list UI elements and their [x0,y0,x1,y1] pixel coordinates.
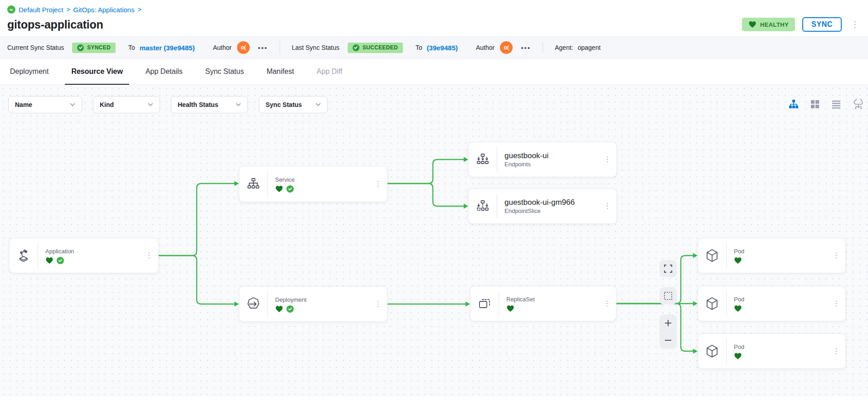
sync-status-filter-dropdown[interactable]: Sync Status [259,96,328,113]
author-label: Author [213,44,232,51]
page-title: gitops-application [7,18,103,31]
breadcrumb: ∞ Default Project > GitOps: Applications… [7,5,861,14]
page-header: ∞ Default Project > GitOps: Applications… [0,0,868,36]
succeeded-badge: SUCCEEDED [348,43,403,53]
tab-resource-view[interactable]: Resource View [65,59,129,85]
breadcrumb-applications-link[interactable]: GitOps: Applications [73,6,135,14]
healthy-heart-icon [275,305,283,313]
grid-view-icon[interactable] [810,99,820,109]
sync-button[interactable]: SYNC [802,17,842,32]
synced-badge: SYNCED [72,43,116,53]
divider [280,42,280,53]
chevron-down-icon [70,103,75,106]
gitops-application-page: ∞ Default Project > GitOps: Applications… [0,0,868,401]
filter-label: Kind [100,101,114,108]
tab-deployment[interactable]: Deployment [4,59,55,85]
node-endpoints[interactable]: guestbook-ui Endpoints ⋮ [468,142,617,177]
chevron-down-icon [315,103,321,106]
healthy-heart-icon [275,185,283,193]
agent-value: opagent [577,44,601,51]
fit-to-screen-button[interactable] [659,260,677,277]
healthy-heart-icon [734,304,742,313]
check-circle-icon [353,44,359,51]
tab-bar: Deployment Resource View App Details Syn… [0,59,868,85]
chevron-down-icon [148,103,153,106]
node-pod[interactable]: guestbook-ui-5b64f6959... Pod ⋮ [698,238,846,273]
node-kind: Endpoints [504,161,598,168]
breadcrumb-separator: > [138,6,141,13]
node-pod[interactable]: guestbook-ui-5b64f6959... Pod ⋮ [698,286,846,321]
pod-icon [698,247,726,264]
node-menu-icon[interactable]: ⋮ [827,300,845,307]
current-revision-link[interactable]: master (39e9485) [140,44,195,52]
node-title: guestbook-ui [504,151,598,159]
list-view-icon[interactable] [831,99,841,109]
node-deployment[interactable]: guestbook-ui Deployment ⋮ [239,286,388,322]
service-icon [239,176,267,192]
more-options-icon[interactable]: ••• [258,44,268,52]
kind-filter-dropdown[interactable]: Kind [93,96,160,113]
breadcrumb-separator: > [66,6,70,13]
node-title: guestbook-ui-gm966 [504,198,598,206]
tab-sync-status[interactable]: Sync Status [199,59,250,85]
network-view-icon[interactable] [853,99,864,110]
filter-label: Health Status [178,101,218,108]
last-revision-link[interactable]: (39e9485) [427,44,458,52]
more-options-icon[interactable]: ••• [521,44,531,52]
node-menu-icon[interactable]: ⋮ [598,203,616,210]
node-kind: Pod [734,296,827,303]
node-menu-icon[interactable]: ⋮ [598,156,616,163]
node-menu-icon[interactable]: ⋮ [827,348,845,355]
node-menu-icon[interactable]: ⋮ [140,252,158,259]
synced-check-icon [286,305,294,313]
author-label: Author [476,44,495,51]
filter-bar: Name Kind Health Status Sync Status [8,96,328,113]
zoom-out-button[interactable] [659,332,677,349]
node-kind: Deployment [275,296,369,303]
selection-mode-button[interactable] [659,287,677,304]
endpoints-icon [469,151,497,168]
node-menu-icon[interactable]: ⋮ [598,300,616,307]
node-service[interactable]: guestbook-ui Service ⋮ [239,166,388,202]
zoom-in-button[interactable] [659,314,677,332]
replicaset-icon [470,295,499,312]
healthy-heart-icon [506,304,514,313]
node-application[interactable]: gitops-application Application ⋮ [9,238,159,273]
node-menu-icon[interactable]: ⋮ [369,300,387,308]
check-circle-icon [77,44,84,51]
node-replicaset[interactable]: guestbook-ui-5b64f69597 ReplicaSet ⋮ [470,286,616,321]
pod-icon [698,343,726,359]
succeeded-badge-label: SUCCEEDED [363,44,398,51]
author-avatar[interactable]: o( [237,41,250,54]
healthy-heart-icon [734,256,742,265]
author-avatar[interactable]: o( [500,41,513,54]
synced-check-icon [286,185,294,193]
node-menu-icon[interactable]: ⋮ [827,252,845,259]
healthy-heart-icon [734,352,742,360]
health-status-filter-dropdown[interactable]: Health Status [171,96,248,113]
deployment-icon [239,295,267,313]
view-toggle-group [789,99,864,110]
sync-status-bar: Current Sync Status SYNCED To master (39… [0,36,868,59]
resource-tree-canvas[interactable]: Name Kind Health Status Sync Status [0,85,868,396]
chevron-down-icon [236,103,241,106]
name-filter-dropdown[interactable]: Name [8,96,82,113]
to-label: To [416,44,422,51]
breadcrumb-project-link[interactable]: Default Project [19,6,63,14]
more-options-icon[interactable]: ⋮ [849,19,861,29]
gitops-logo-icon: ∞ [7,5,15,14]
node-pod[interactable]: guestbook-ui-5b64f6959... Pod ⋮ [698,333,846,369]
tree-view-icon[interactable] [789,99,799,109]
pod-icon [698,295,726,312]
node-kind: Pod [734,343,827,350]
to-label: To [128,44,135,51]
synced-badge-label: SYNCED [87,44,111,51]
health-status-badge: HEALTHY [742,18,795,31]
tab-manifest[interactable]: Manifest [260,59,300,85]
last-sync-status-label: Last Sync Status [292,44,339,51]
node-endpointslice[interactable]: guestbook-ui-gm966 EndpointSlice ⋮ [468,188,617,224]
zoom-group [659,314,677,349]
tab-app-details[interactable]: App Details [139,59,189,85]
node-menu-icon[interactable]: ⋮ [369,180,387,188]
node-kind: ReplicaSet [506,296,598,303]
